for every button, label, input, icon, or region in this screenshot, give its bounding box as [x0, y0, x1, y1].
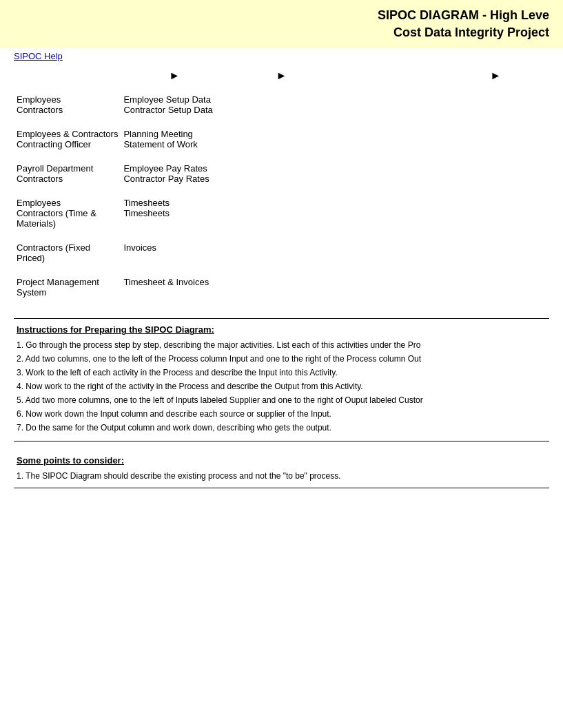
header-title: SIPOC DIAGRAM - High Leve Cost Data Inte… [378, 7, 549, 41]
list-item: 7. Do the same for the Output column and… [17, 422, 546, 434]
process-arrow-icon: ► [276, 70, 287, 81]
cell-customer-1 [442, 122, 549, 156]
sipoc-table: ► ► ► EmployeesContractorsEmployee Setup… [14, 64, 549, 304]
cell-output-1 [335, 122, 442, 156]
table-row: Contractors (Fixed Priced)Invoices [14, 236, 549, 270]
customer-arrow-icon: ► [490, 70, 501, 81]
table-row: Employees & ContractorsContracting Offic… [14, 122, 549, 156]
list-item: 3. Work to the left of each activity in … [17, 366, 546, 379]
cell-process-2 [228, 156, 335, 191]
cell-customer-5 [442, 270, 549, 304]
cell-process-3 [228, 191, 335, 236]
cell-customer-0 [442, 87, 549, 122]
cell-output-0 [335, 87, 442, 122]
supplier-arrow-cell [14, 64, 121, 87]
list-item: 2. Add two columns, one to the left of t… [17, 353, 546, 365]
points-list: 1. The SIPOC Diagram should describe the… [17, 470, 546, 482]
cell-input-3: TimesheetsTimesheets [121, 191, 227, 236]
input-arrow-cell: ► [121, 64, 227, 87]
instructions-section: Instructions for Preparing the SIPOC Dia… [14, 318, 549, 441]
list-item: 4. Now work to the right of the activity… [17, 380, 546, 393]
points-title: Some points to consider: [17, 455, 546, 466]
cell-supplier-0: EmployeesContractors [14, 87, 121, 122]
instructions-list: 1. Go through the process step by step, … [17, 339, 546, 434]
sipoc-container: ► ► ► EmployeesContractorsEmployee Setup… [0, 64, 563, 304]
cell-input-0: Employee Setup DataContractor Setup Data [121, 87, 227, 122]
list-item: 6. Now work down the Input column and de… [17, 408, 546, 420]
list-item: 1. Go through the process step by step, … [17, 339, 546, 351]
cell-process-5 [228, 270, 335, 304]
instructions-title: Instructions for Preparing the SIPOC Dia… [17, 324, 546, 335]
list-item: 5. Add two more columns, one to the left… [17, 394, 546, 406]
cell-output-2 [335, 156, 442, 191]
cell-process-4 [228, 236, 335, 270]
cell-output-5 [335, 270, 442, 304]
cell-customer-4 [442, 236, 549, 270]
cell-process-1 [228, 122, 335, 156]
list-item: 1. The SIPOC Diagram should describe the… [17, 470, 546, 482]
cell-output-3 [335, 191, 442, 236]
customer-arrow-cell: ► [442, 64, 549, 87]
input-arrow-icon: ► [169, 70, 180, 81]
cell-input-1: Planning MeetingStatement of Work [121, 122, 227, 156]
cell-input-5: Timesheet & Invoices [121, 270, 227, 304]
table-row: Project Management SystemTimesheet & Inv… [14, 270, 549, 304]
header-title-line1: SIPOC DIAGRAM - High Leve [378, 7, 549, 24]
table-row: EmployeesContractors (Time & Materials)T… [14, 191, 549, 236]
cell-process-0 [228, 87, 335, 122]
cell-input-4: Invoices [121, 236, 227, 270]
arrow-row: ► ► ► [14, 64, 549, 87]
sipoc-help-link[interactable]: SIPOC Help [0, 48, 563, 64]
output-arrow-cell [335, 64, 442, 87]
cell-customer-2 [442, 156, 549, 191]
table-row: Payroll DepartmentContractorsEmployee Pa… [14, 156, 549, 191]
process-arrow-cell: ► [228, 64, 335, 87]
cell-supplier-1: Employees & ContractorsContracting Offic… [14, 122, 121, 156]
header-title-line2: Cost Data Integrity Project [378, 24, 549, 41]
cell-input-2: Employee Pay RatesContractor Pay Rates [121, 156, 227, 191]
cell-supplier-5: Project Management System [14, 270, 121, 304]
points-section: Some points to consider: 1. The SIPOC Di… [14, 450, 549, 488]
table-row: EmployeesContractorsEmployee Setup DataC… [14, 87, 549, 122]
header-banner: SIPOC DIAGRAM - High Leve Cost Data Inte… [0, 0, 563, 48]
cell-supplier-2: Payroll DepartmentContractors [14, 156, 121, 191]
cell-supplier-4: Contractors (Fixed Priced) [14, 236, 121, 270]
cell-supplier-3: EmployeesContractors (Time & Materials) [14, 191, 121, 236]
cell-customer-3 [442, 191, 549, 236]
cell-output-4 [335, 236, 442, 270]
